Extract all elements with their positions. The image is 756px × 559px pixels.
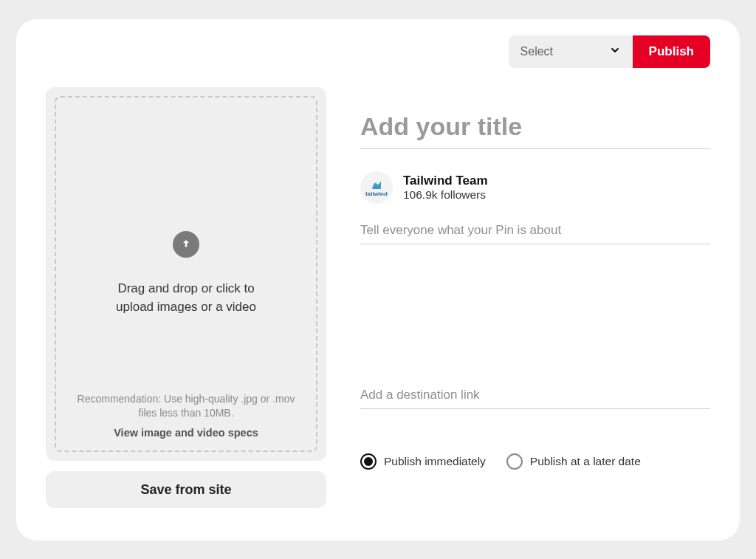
publish-timing-group: Publish immediately Publish at a later d…	[360, 453, 710, 470]
publish-immediately-radio[interactable]: Publish immediately	[360, 453, 486, 470]
image-video-specs-link[interactable]: View image and video specs	[69, 427, 303, 439]
radio-selected-icon	[360, 453, 377, 470]
save-from-site-label: Save from site	[140, 482, 231, 498]
author-name: Tailwind Team	[403, 174, 488, 188]
author-row: tailwind Tailwind Team 106.9k followers	[360, 171, 710, 204]
author-text: Tailwind Team 106.9k followers	[403, 174, 488, 202]
publish-later-label: Publish at a later date	[530, 455, 641, 468]
publish-later-radio[interactable]: Publish at a later date	[506, 453, 641, 470]
upload-area: Drag and drop or click to upload images …	[46, 87, 326, 461]
right-column: tailwind Tailwind Team 106.9k followers …	[360, 87, 710, 508]
spacer	[360, 244, 710, 385]
publish-button-label: Publish	[649, 44, 694, 59]
topbar: Select Publish	[46, 35, 710, 68]
board-select-label: Select	[520, 45, 553, 58]
avatar-brand-text: tailwind	[365, 191, 388, 197]
save-from-site-button[interactable]: Save from site	[46, 471, 326, 508]
destination-link-input[interactable]	[360, 385, 710, 409]
avatar: tailwind	[360, 171, 393, 204]
radio-unselected-icon	[506, 453, 523, 470]
publish-button[interactable]: Publish	[633, 35, 710, 68]
pin-description-input[interactable]	[360, 220, 710, 244]
upload-dropzone[interactable]: Drag and drop or click to upload images …	[55, 96, 317, 452]
main-layout: Drag and drop or click to upload images …	[46, 87, 710, 508]
chevron-down-icon	[609, 44, 621, 59]
publish-immediately-label: Publish immediately	[384, 455, 486, 468]
pin-title-input[interactable]	[360, 111, 710, 149]
pin-builder-card: Select Publish Drag and drop or click to…	[16, 19, 740, 541]
board-select-dropdown[interactable]: Select	[509, 35, 633, 68]
upload-footer: Recommendation: Use high-quality .jpg or…	[56, 392, 316, 439]
author-followers: 106.9k followers	[403, 188, 488, 202]
left-column: Drag and drop or click to upload images …	[46, 87, 326, 508]
upload-instruction-text: Drag and drop or click to upload images …	[97, 280, 275, 316]
upload-recommendation-text: Recommendation: Use high-quality .jpg or…	[69, 392, 303, 421]
upload-icon	[173, 231, 199, 258]
